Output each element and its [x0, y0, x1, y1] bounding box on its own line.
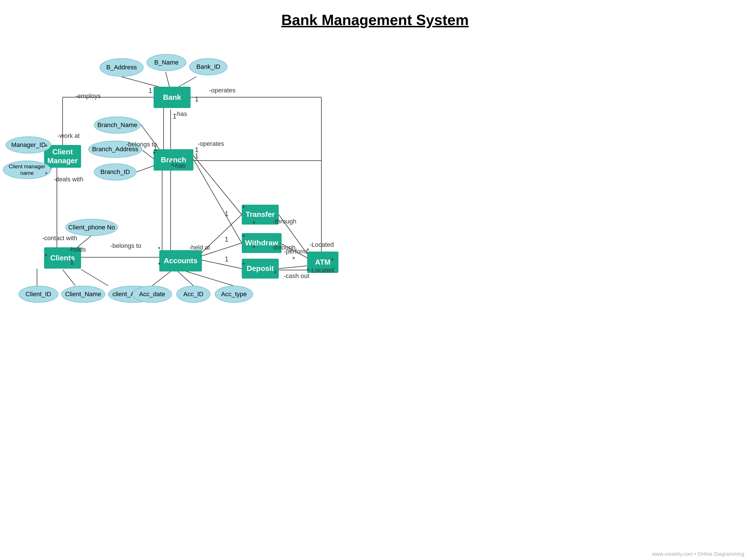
- card-accounts-star: *: [158, 261, 160, 269]
- svg-line-9: [142, 150, 154, 159]
- rel-held-at: -held at: [189, 244, 210, 251]
- card-branch-op2: 1: [195, 152, 199, 160]
- rel-operates-branch: -operates: [198, 140, 224, 147]
- entity-deposit: Deposit: [242, 259, 279, 279]
- rel-cash-out: -cash out: [283, 272, 310, 280]
- rel-belongs-to-branch: -belongs to: [110, 242, 141, 249]
- attr-branch-id: Branch_ID: [94, 163, 137, 180]
- card-transfer-star: *: [242, 204, 245, 212]
- entity-bank: Bank: [154, 87, 191, 108]
- rel-employs: -employs: [75, 93, 101, 100]
- attr-client-phone: Client_phone No: [65, 219, 118, 236]
- card-withdraw-star: *: [242, 233, 245, 241]
- card-clients-holds-star: *: [45, 253, 47, 260]
- rel-work-at: -work at: [57, 132, 80, 140]
- svg-line-13: [193, 159, 242, 243]
- card-cm-deals: *: [45, 171, 47, 179]
- attr-client-manager-name: Client managername: [3, 161, 51, 179]
- page-title: Bank Management System: [0, 0, 750, 28]
- rel-perform: -perform: [284, 248, 308, 255]
- rel-contact-with: -contact with: [42, 235, 77, 242]
- rel-has-branch: -has: [175, 110, 187, 118]
- card-atm-cash-star: *: [307, 267, 309, 275]
- attr-acc-date: Acc_date: [132, 286, 172, 303]
- svg-line-29: [202, 260, 242, 268]
- attr-acc-type: Acc_type: [215, 286, 253, 303]
- card-branch-belongs-star: *: [153, 150, 155, 158]
- rel-located-bottom: -Located: [310, 267, 334, 274]
- attr-b-name: B_Name: [146, 54, 186, 71]
- card-atm-perform-star: *: [292, 255, 295, 263]
- card-deposit-atm-star: *: [274, 269, 276, 277]
- attr-branch-name: Branch_Name: [94, 117, 141, 134]
- card-branch-has: 1: [171, 159, 174, 167]
- entity-accounts: Accounts: [159, 250, 202, 272]
- attr-client-name: Client_Name: [61, 286, 105, 303]
- attr-manager-id: Manager_ID: [6, 137, 51, 154]
- rel-operates-atm: -operates: [209, 87, 236, 94]
- rel-located-top: -Located: [310, 241, 334, 248]
- rel-through-transfer: -through: [273, 218, 296, 225]
- svg-line-2: [176, 77, 196, 88]
- svg-line-32: [279, 266, 307, 268]
- card-transfer-through-star: *: [253, 220, 255, 228]
- card-atm-star-bottom: *: [331, 257, 333, 265]
- svg-line-1: [165, 72, 170, 88]
- svg-line-12: [193, 155, 242, 215]
- attr-acc-id: Acc_ID: [176, 286, 211, 303]
- rel-belongs-to: -belongs to: [126, 141, 157, 148]
- card-held-1: 1: [225, 255, 229, 263]
- svg-line-26: [186, 272, 233, 286]
- card-bank-employs: 1: [149, 87, 152, 95]
- card-clients-holds-1: 1: [70, 258, 74, 266]
- card-withdraw-1: 1: [225, 235, 229, 243]
- rel-deals-with: -deals with: [54, 176, 83, 183]
- svg-line-20: [63, 269, 75, 286]
- attr-client-id: Client_ID: [19, 286, 58, 303]
- card-deposit-star: *: [242, 261, 245, 269]
- rel-branch-has: -has: [173, 162, 185, 169]
- entity-client-manager: ClientManager: [44, 145, 81, 168]
- card-transfer-1: 1: [225, 210, 229, 218]
- svg-line-25: [178, 272, 193, 286]
- attr-bank-id: Bank_ID: [189, 58, 228, 75]
- card-withdraw-through-star: *: [253, 244, 255, 252]
- attr-b-address: B_Address: [100, 58, 144, 77]
- svg-line-0: [121, 77, 163, 88]
- svg-line-24: [152, 272, 171, 286]
- card-cm-work: *: [45, 143, 47, 151]
- card-atm-located-star: *: [307, 247, 309, 255]
- card-bank-operates: 1: [195, 95, 199, 103]
- watermark: www.creately.com • Online Diagramming: [652, 551, 744, 557]
- rel-holds: -holds: [69, 246, 86, 253]
- card-accounts-belongs-star: *: [158, 245, 160, 253]
- svg-line-21: [81, 269, 108, 286]
